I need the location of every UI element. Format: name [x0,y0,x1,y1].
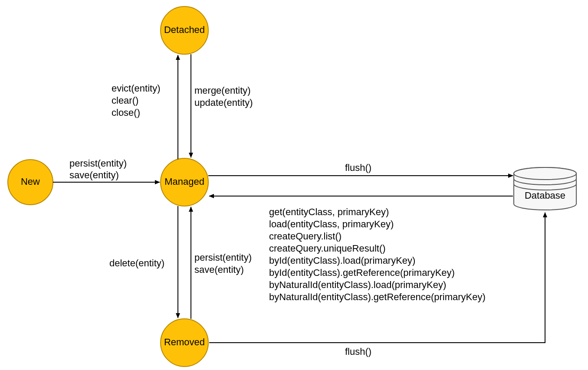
edge-removed-to-managed: persist(entity) save(entity) [191,207,252,319]
edge-detached-to-managed: merge(entity) update(entity) [191,54,253,157]
state-managed-label: Managed [164,176,204,187]
edge-db-to-managed: get(entityClass, primaryKey) load(entity… [209,196,513,302]
edge-managed-to-removed: delete(entity) [109,206,178,318]
database-node: Database [514,167,576,210]
edge-db-to-managed-label-1: load(entityClass, primaryKey) [269,219,394,229]
edge-new-to-managed: persist(entity) save(entity) [53,158,160,182]
edge-managed-to-detached-label-1: clear() [112,95,138,106]
edge-db-to-managed-label-2: createQuery.list() [269,231,342,242]
edge-db-to-managed-label-6: byNaturalId(entityClass).load(primaryKey… [269,279,446,290]
state-detached-label: Detached [164,24,205,35]
edge-managed-to-removed-label-0: delete(entity) [109,258,164,268]
svg-point-4 [514,167,576,180]
edge-db-to-managed-label-5: byId(entityClass).getReference(primaryKe… [269,267,455,278]
edge-db-to-managed-label-7: byNaturalId(entityClass).getReference(pr… [269,291,486,302]
edge-detached-to-managed-label-1: update(entity) [194,97,253,108]
state-removed-label: Removed [164,337,205,347]
edge-removed-to-db-label-0: flush() [345,346,371,357]
state-new: New [8,160,53,205]
edge-new-to-managed-label-0: persist(entity) [69,158,127,169]
state-managed: Managed [161,158,208,206]
edge-db-to-managed-label-0: get(entityClass, primaryKey) [269,206,389,217]
edge-detached-to-managed-label-0: merge(entity) [194,85,251,96]
edge-removed-to-managed-label-1: save(entity) [194,264,244,275]
database-label: Database [525,190,565,201]
edge-managed-to-detached: evict(entity) clear() close() [112,55,178,159]
edge-managed-to-detached-label-2: close() [112,107,140,118]
edge-managed-to-detached-label-0: evict(entity) [112,83,160,94]
state-new-label: New [21,176,40,187]
edge-new-to-managed-label-1: save(entity) [69,170,119,180]
edge-managed-to-db: flush() [208,162,513,176]
edge-db-to-managed-label-4: byId(entityClass).load(primaryKey) [269,255,415,266]
state-detached: Detached [161,7,208,54]
edge-managed-to-db-label-0: flush() [345,162,371,173]
edge-db-to-managed-label-3: createQuery.uniqueResult() [269,243,386,254]
edge-removed-to-managed-label-0: persist(entity) [194,252,252,263]
state-removed: Removed [161,319,208,367]
